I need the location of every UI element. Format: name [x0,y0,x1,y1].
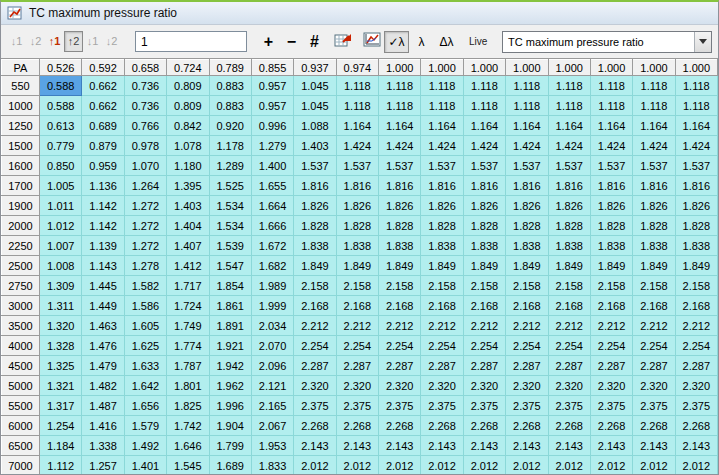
table-cell[interactable]: 1.164 [633,116,675,136]
table-cell[interactable]: 1.078 [167,136,209,156]
table-cell[interactable]: 0.959 [82,156,124,176]
table-cell[interactable]: 1.838 [379,236,421,256]
row-header[interactable]: 4500 [2,356,40,376]
table-cell[interactable]: 1.403 [294,136,336,156]
table-cell[interactable]: 1.525 [209,176,251,196]
table-cell[interactable]: 1.826 [463,196,505,216]
table-cell[interactable]: 1.400 [251,156,293,176]
lambda-check-button[interactable]: ✓λ [384,31,409,53]
table-cell[interactable]: 0.662 [82,96,124,116]
table-cell[interactable]: 1.996 [209,396,251,416]
table-cell[interactable]: 2.168 [379,296,421,316]
row-header[interactable]: 5500 [2,396,40,416]
plus-button[interactable]: + [257,31,280,52]
table-cell[interactable]: 1.799 [209,436,251,456]
table-cell[interactable]: 0.879 [82,136,124,156]
table-cell[interactable]: 1.826 [421,196,463,216]
column-header[interactable]: 1.000 [590,60,632,76]
table-cell[interactable]: 2.067 [251,416,293,436]
table-cell[interactable]: 1.404 [167,216,209,236]
table-cell[interactable]: 1.317 [40,396,82,416]
table-cell[interactable]: 2.254 [336,336,378,356]
table-cell[interactable]: 1.289 [209,156,251,176]
table-cell[interactable]: 2.268 [463,416,505,436]
table-cell[interactable]: 2.012 [294,456,336,475]
column-header[interactable]: 1.000 [633,60,675,76]
table-cell[interactable]: 1.118 [379,76,421,96]
table-cell[interactable]: 1.118 [463,76,505,96]
table-cell[interactable]: 0.920 [209,116,251,136]
table-cell[interactable]: 1.953 [251,436,293,456]
table-cell[interactable]: 0.662 [82,76,124,96]
table-cell[interactable]: 0.996 [251,116,293,136]
table-cell[interactable]: 2.320 [548,376,590,396]
table-cell[interactable]: 1.826 [590,196,632,216]
table-cell[interactable]: 1.816 [506,176,548,196]
table-cell[interactable]: 1.164 [421,116,463,136]
table-cell[interactable]: 1.828 [675,216,717,236]
table-cell[interactable]: 1.828 [421,216,463,236]
table-cell[interactable]: 1.838 [294,236,336,256]
table-cell[interactable]: 2.320 [421,376,463,396]
table-cell[interactable]: 2.012 [379,456,421,475]
table-cell[interactable]: 2.375 [463,396,505,416]
table-cell[interactable]: 1.424 [506,136,548,156]
table-cell[interactable]: 1.118 [675,96,717,116]
table-cell[interactable]: 1.537 [336,156,378,176]
table-cell[interactable]: 2.254 [463,336,505,356]
table-cell[interactable]: 1.838 [633,236,675,256]
table-cell[interactable]: 1.325 [40,356,82,376]
table-cell[interactable]: 1.826 [506,196,548,216]
table-cell[interactable]: 1.891 [209,316,251,336]
column-header[interactable]: 0.658 [124,60,166,76]
table-cell[interactable]: 2.287 [590,356,632,376]
table-cell[interactable]: 1.655 [251,176,293,196]
table-cell[interactable]: 1.416 [82,416,124,436]
table-cell[interactable]: 1.828 [336,216,378,236]
table-cell[interactable]: 1.401 [124,456,166,475]
table-cell[interactable]: 1.403 [167,196,209,216]
table-cell[interactable]: 1.849 [590,256,632,276]
table-cell[interactable]: 2.212 [463,316,505,336]
grid-button[interactable]: # [303,31,326,52]
table-cell[interactable]: 2.158 [379,276,421,296]
minus-button[interactable]: − [280,31,303,52]
table-cell[interactable]: 1.088 [294,116,336,136]
table-cell[interactable]: 1.749 [167,316,209,336]
table-cell[interactable]: 1.412 [167,256,209,276]
table-cell[interactable]: 1.838 [421,236,463,256]
table-cell[interactable]: 0.809 [167,76,209,96]
table-cell[interactable]: 0.883 [209,76,251,96]
table-cell[interactable]: 2.158 [633,276,675,296]
table-cell[interactable]: 2.287 [379,356,421,376]
table-cell[interactable]: 1.828 [294,216,336,236]
table-cell[interactable]: 2.168 [548,296,590,316]
table-cell[interactable]: 2.034 [251,316,293,336]
table-cell[interactable]: 1.118 [548,96,590,116]
table-cell[interactable]: 1.338 [82,436,124,456]
table-cell[interactable]: 1.118 [421,96,463,116]
table-cell[interactable]: 1.825 [167,396,209,416]
table-cell[interactable]: 2.287 [506,356,548,376]
table-cell[interactable]: 1.854 [209,276,251,296]
table-cell[interactable]: 1.449 [82,296,124,316]
table-cell[interactable]: 1.407 [167,236,209,256]
table-cell[interactable]: 2.375 [590,396,632,416]
table-cell[interactable]: 2.070 [251,336,293,356]
table-cell[interactable]: 1.011 [40,196,82,216]
table-cell[interactable]: 2.320 [633,376,675,396]
table-cell[interactable]: 1.279 [251,136,293,156]
step-input[interactable] [135,31,247,52]
table-cell[interactable]: 2.268 [294,416,336,436]
table-cell[interactable]: 1.838 [548,236,590,256]
table-cell[interactable]: 1.424 [463,136,505,156]
table-cell[interactable]: 2.158 [421,276,463,296]
table-cell[interactable]: 0.766 [124,116,166,136]
table-cell[interactable]: 2.212 [336,316,378,336]
table-cell[interactable]: 2.168 [294,296,336,316]
table-cell[interactable]: 2.287 [548,356,590,376]
table-cell[interactable]: 2.158 [336,276,378,296]
table-cell[interactable]: 1.828 [590,216,632,236]
decrement-alt-1-button[interactable]: ↓1 [83,31,102,52]
table-cell[interactable]: 1.672 [251,236,293,256]
